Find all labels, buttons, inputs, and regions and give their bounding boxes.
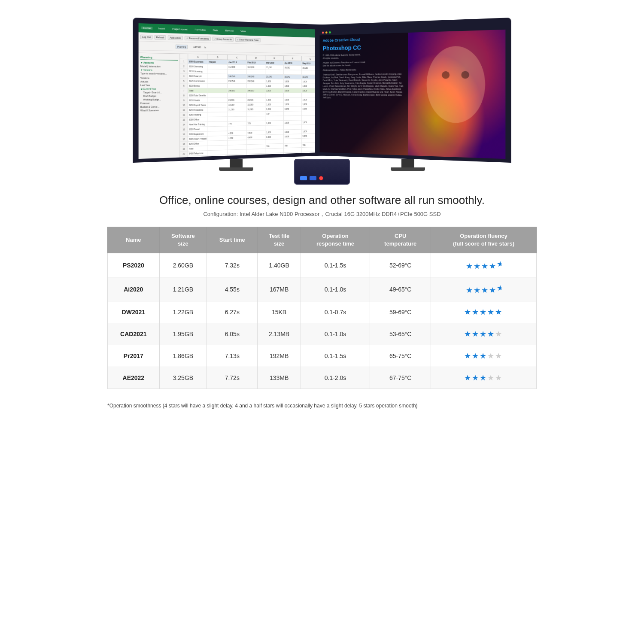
- cell-cpu-temperature: 65-75°C: [370, 345, 431, 367]
- cell-test-file-size: 15KB: [258, 301, 301, 323]
- monitor-left-stand: [230, 159, 243, 167]
- cell-operation-response-time: 0.1-0.7s: [301, 301, 370, 323]
- cell-start-time: 7.13s: [207, 345, 258, 367]
- cell-name: CAD2021: [108, 323, 160, 345]
- col-header-cpu-temperature: CPUtemperature: [370, 227, 431, 253]
- footnote: *Operation smoothness (4 stars will have…: [94, 398, 550, 419]
- right-screen: Adobe Creative Cloud Photoshop CC © 1990…: [315, 18, 511, 163]
- cell-stars: ★★★★★: [431, 253, 536, 277]
- cell-cpu-temperature: 59-69°C: [370, 301, 431, 323]
- main-headline: Office, online courses, design and other…: [107, 193, 537, 208]
- table-row: DW2021 1.22GB 6.27s 15KB 0.1-0.7s 59-69°…: [108, 301, 537, 323]
- hero-section: Home Insert Page Layout Formulas Data Re…: [94, 0, 550, 185]
- cell-name: Ai2020: [108, 277, 160, 301]
- ps-artwork: Artwork by Elizaveta Porodina and Janusz…: [323, 60, 404, 67]
- cell-start-time: 4.55s: [207, 277, 258, 301]
- cell-stars: ★★★★★: [431, 367, 536, 389]
- cell-test-file-size: 2.13MB: [258, 323, 301, 345]
- performance-table: Name Softwaresize Start time Test filesi…: [107, 227, 537, 389]
- ps-names: Thomas Knoll, Seetharaman Narayanan, Rus…: [323, 73, 404, 100]
- table-row: Pr2017 1.86GB 7.13s 192MB 0.1-1.5s 65-75…: [108, 345, 537, 367]
- cell-name: AE2022: [108, 367, 160, 389]
- cell-stars: ★★★★★: [431, 301, 536, 323]
- ps-logo-text: Adobe Creative Cloud: [323, 36, 404, 43]
- table-row: AE2022 3.25GB 7.72s 133MB 0.1-2.0s 67-75…: [108, 367, 537, 389]
- monitor-left-base: [219, 167, 253, 171]
- cell-name: DW2021: [108, 301, 160, 323]
- cell-software-size: 2.60GB: [159, 253, 207, 277]
- text-section: Office, online courses, design and other…: [94, 185, 550, 222]
- footnote-text: *Operation smoothness (4 stars will have…: [107, 403, 418, 409]
- cell-cpu-temperature: 53-65°C: [370, 323, 431, 345]
- cell-start-time: 6.05s: [207, 323, 258, 345]
- monitor-right-stand: [401, 159, 414, 167]
- cell-start-time: 7.72s: [207, 367, 258, 389]
- mini-pc: [294, 159, 350, 185]
- cell-test-file-size: 133MB: [258, 367, 301, 389]
- table-row: Ai2020 1.21GB 4.55s 167MB 0.1-1.0s 49-65…: [108, 277, 537, 301]
- col-header-software-size: Softwaresize: [159, 227, 207, 253]
- cell-name: PS2020: [108, 253, 160, 277]
- ps-adding: Adding extension... Halide Bottlenecks: [323, 68, 404, 72]
- left-screen: Home Insert Page Layout Formulas Data Re…: [133, 18, 329, 163]
- cell-test-file-size: 167MB: [258, 277, 301, 301]
- usb-port-1: [300, 176, 307, 180]
- cell-software-size: 1.95GB: [159, 323, 207, 345]
- ps-app-title: Photoshop CC: [323, 43, 404, 52]
- cell-operation-response-time: 0.1-1.0s: [301, 277, 370, 301]
- svg-point-3: [442, 71, 450, 79]
- table-row: PS2020 2.60GB 7.32s 1.40GB 0.1-1.5s 52-6…: [108, 253, 537, 277]
- cell-software-size: 1.86GB: [159, 345, 207, 367]
- power-button: [319, 176, 323, 180]
- ps-copyright: © 1990-2019 Adobe Systems Incorporated.A…: [323, 52, 404, 60]
- usb-port-2: [310, 176, 316, 180]
- config-text: Configuration: Intel Alder Lake N100 Pro…: [107, 210, 537, 218]
- cell-cpu-temperature: 49-65°C: [370, 277, 431, 301]
- col-header-test-file-size: Test filesize: [258, 227, 301, 253]
- cell-stars: ★★★★★: [431, 345, 536, 367]
- performance-table-section: Name Softwaresize Start time Test filesi…: [94, 222, 550, 398]
- table-row: CAD2021 1.95GB 6.05s 2.13MB 0.1-1.0s 53-…: [108, 323, 537, 345]
- cell-stars: ★★★★★: [431, 277, 536, 301]
- cell-start-time: 6.27s: [207, 301, 258, 323]
- cell-start-time: 7.32s: [207, 253, 258, 277]
- cell-name: Pr2017: [108, 345, 160, 367]
- ps-artwork-image: [408, 30, 505, 159]
- cell-operation-response-time: 0.1-1.0s: [301, 323, 370, 345]
- cell-operation-response-time: 0.1-2.0s: [301, 367, 370, 389]
- col-header-start-time: Start time: [207, 227, 258, 253]
- cell-cpu-temperature: 67-75°C: [370, 367, 431, 389]
- cell-operation-response-time: 0.1-1.5s: [301, 345, 370, 367]
- col-header-operation-fluency: Operation fluency(full score of five sta…: [431, 227, 536, 253]
- cell-software-size: 3.25GB: [159, 367, 207, 389]
- cell-stars: ★★★★★: [431, 323, 536, 345]
- cell-operation-response-time: 0.1-1.5s: [301, 253, 370, 277]
- cell-cpu-temperature: 52-69°C: [370, 253, 431, 277]
- cell-test-file-size: 192MB: [258, 345, 301, 367]
- cell-software-size: 1.22GB: [159, 301, 207, 323]
- cell-software-size: 1.21GB: [159, 277, 207, 301]
- svg-point-4: [461, 71, 469, 79]
- monitor-right-base: [391, 167, 425, 171]
- cell-test-file-size: 1.40GB: [258, 253, 301, 277]
- col-header-operation-response-time: Operationresponse time: [301, 227, 370, 253]
- col-header-name: Name: [108, 227, 160, 253]
